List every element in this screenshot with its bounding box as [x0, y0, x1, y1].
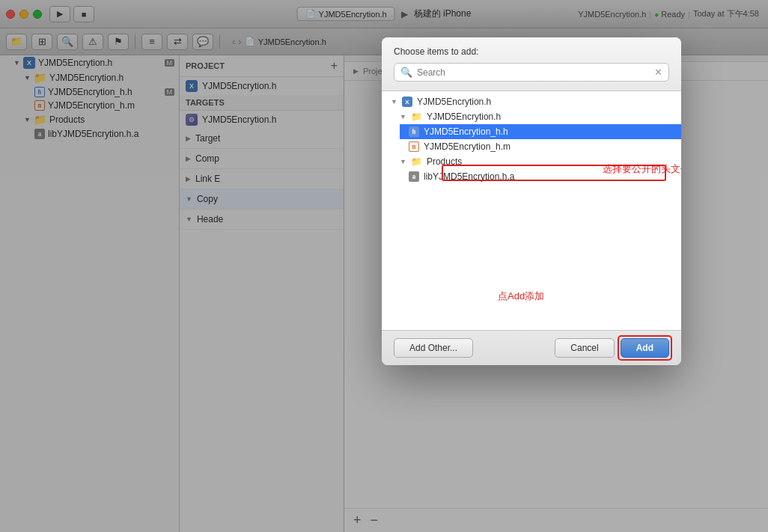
add-button[interactable]: Add [621, 338, 669, 358]
modal-folder1[interactable]: ▼ 📁 YJMD5Encrytion.h [391, 109, 681, 124]
modal-products-icon: 📁 [411, 156, 422, 167]
modal-title: Choose items to add: [394, 46, 669, 57]
modal-item-hh[interactable]: h YJMD5Encrytion_h.h [400, 124, 681, 139]
tri-products: ▼ [400, 158, 406, 165]
modal-proj-icon: X [402, 97, 412, 107]
modal-folder1-icon: 📁 [411, 111, 422, 122]
cancel-button[interactable]: Cancel [555, 338, 614, 358]
modal-h-icon: h [409, 126, 419, 137]
modal-footer: Add Other... Cancel Add [382, 331, 681, 365]
modal-products-label: Products [427, 156, 462, 167]
modal-tree-root[interactable]: ▼ X YJMD5Encrytion.h [382, 94, 681, 109]
modal-a-icon: a [409, 171, 419, 182]
modal-item-lib-label: libYJMD5Encrytion.h.a [424, 171, 514, 182]
modal-item-hm[interactable]: m YJMD5Encrytion_h.m [400, 139, 681, 154]
modal-root-label: YJMD5Encrytion.h [417, 97, 491, 107]
modal-body: ▼ X YJMD5Encrytion.h ▼ 📁 YJMD5Encrytion.… [382, 91, 681, 331]
search-icon: 🔍 [400, 67, 412, 78]
modal-item-lib[interactable]: a libYJMD5Encrytion.h.a [400, 169, 681, 184]
tri-folder1: ▼ [400, 113, 406, 120]
modal-header: Choose items to add: 🔍 ✕ [382, 37, 681, 91]
modal-m-icon: m [409, 141, 419, 152]
modal-overlay: Choose items to add: 🔍 ✕ ▼ X YJMD5Encryt… [0, 0, 768, 532]
modal-item-hm-label: YJMD5Encrytion_h.m [424, 141, 511, 152]
modal-item-hh-label: YJMD5Encrytion_h.h [424, 126, 508, 137]
search-input[interactable] [417, 67, 650, 78]
modal-products-folder[interactable]: ▼ 📁 Products [391, 154, 681, 169]
clear-search-icon[interactable]: ✕ [654, 67, 662, 78]
modal-search-box[interactable]: 🔍 ✕ [394, 63, 669, 82]
file-picker-modal: Choose items to add: 🔍 ✕ ▼ X YJMD5Encryt… [382, 37, 681, 365]
add-other-button[interactable]: Add Other... [394, 338, 473, 358]
tri-root: ▼ [391, 98, 397, 106]
modal-folder1-label: YJMD5Encrytion.h [427, 111, 501, 122]
